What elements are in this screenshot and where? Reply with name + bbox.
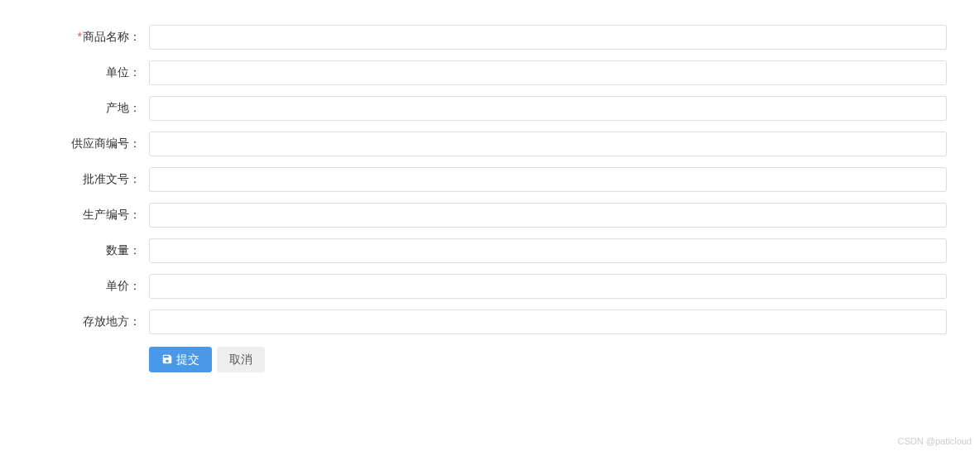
label-product-name: *商品名称： <box>33 30 149 45</box>
field-storage-location: 存放地方： <box>33 309 947 334</box>
input-unit[interactable] <box>149 60 947 85</box>
field-production-number: 生产编号： <box>33 203 947 228</box>
input-product-name[interactable] <box>149 25 947 50</box>
label-quantity: 数量： <box>33 243 149 258</box>
input-quantity[interactable] <box>149 238 947 263</box>
product-form: *商品名称： 单位： 产地： 供应商编号： 批准文号： 生产编号： <box>33 25 947 372</box>
label-unit-price: 单价： <box>33 279 149 294</box>
label-origin: 产地： <box>33 101 149 116</box>
label-text: 数量： <box>106 243 141 257</box>
save-icon <box>161 353 173 365</box>
label-text: 供应商编号： <box>71 137 141 150</box>
submit-button[interactable]: 提交 <box>149 347 212 372</box>
label-text: 产地： <box>106 101 141 114</box>
field-product-name: *商品名称： <box>33 25 947 50</box>
input-origin[interactable] <box>149 96 947 121</box>
input-supplier-id[interactable] <box>149 132 947 156</box>
field-origin: 产地： <box>33 96 947 121</box>
input-approval-number[interactable] <box>149 167 947 192</box>
label-production-number: 生产编号： <box>33 208 149 223</box>
field-supplier-id: 供应商编号： <box>33 132 947 156</box>
field-quantity: 数量： <box>33 238 947 263</box>
required-mark: * <box>78 30 82 43</box>
label-supplier-id: 供应商编号： <box>33 137 149 151</box>
label-text: 批准文号： <box>83 172 141 185</box>
field-approval-number: 批准文号： <box>33 167 947 192</box>
input-unit-price[interactable] <box>149 274 947 299</box>
cancel-button[interactable]: 取消 <box>217 347 265 372</box>
label-unit: 单位： <box>33 65 149 80</box>
label-text: 单价： <box>106 279 141 292</box>
label-text: 单位： <box>106 65 141 79</box>
label-text: 生产编号： <box>83 208 141 221</box>
field-unit: 单位： <box>33 60 947 85</box>
input-storage-location[interactable] <box>149 309 947 334</box>
field-unit-price: 单价： <box>33 274 947 299</box>
submit-label: 提交 <box>176 353 199 367</box>
label-text: 商品名称： <box>83 30 141 43</box>
label-text: 存放地方： <box>83 314 141 328</box>
input-production-number[interactable] <box>149 203 947 228</box>
form-actions: 提交 取消 <box>33 347 947 372</box>
label-storage-location: 存放地方： <box>33 314 149 329</box>
label-approval-number: 批准文号： <box>33 172 149 187</box>
cancel-label: 取消 <box>229 353 252 367</box>
